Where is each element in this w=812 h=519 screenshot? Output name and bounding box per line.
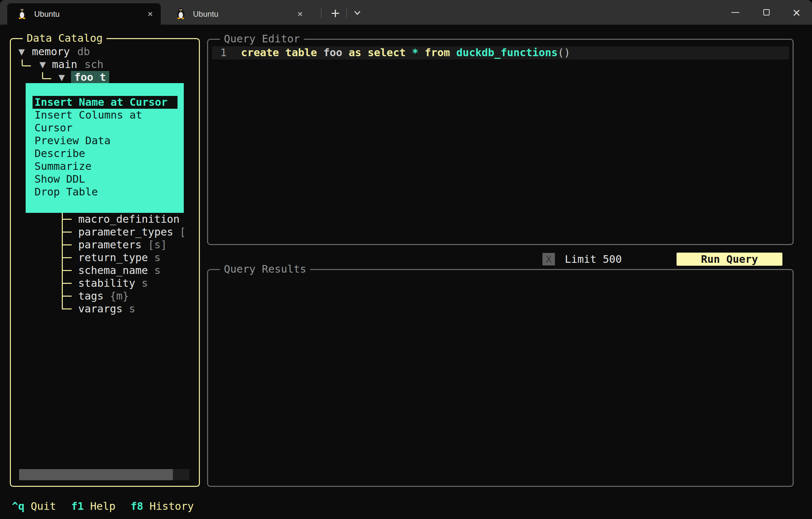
menu-item-summarize[interactable]: Summarize xyxy=(33,160,177,173)
expand-arrow-icon[interactable]: ▼ xyxy=(59,71,65,84)
maximize-icon xyxy=(763,9,770,16)
query-editor-panel[interactable]: Query Editor 1 create table foo as selec… xyxy=(207,39,793,245)
tree-connector xyxy=(62,296,72,297)
tree-connector xyxy=(62,270,72,271)
tab-ubuntu-inactive[interactable]: Ubuntu × xyxy=(166,3,311,25)
line-number: 1 xyxy=(220,46,227,59)
tab-title: Ubuntu xyxy=(193,9,297,19)
tree-node-main[interactable]: ▼ main sch xyxy=(39,58,46,71)
editor-current-line[interactable]: 1 create table foo as select * from duck… xyxy=(212,46,789,59)
terminal-window: Ubuntu × Ubuntu × + xyxy=(0,0,812,519)
column-item[interactable]: schema_name s xyxy=(78,264,161,277)
column-item[interactable]: stability s xyxy=(78,277,148,290)
maximize-button[interactable] xyxy=(751,0,782,25)
horizontal-scrollbar[interactable] xyxy=(19,469,190,480)
menu-item-insert-columns[interactable]: Insert Columns at Cursor xyxy=(33,109,177,134)
tux-icon xyxy=(17,7,27,21)
tab-close-icon[interactable]: × xyxy=(148,9,153,20)
tree-connector xyxy=(62,232,72,233)
tree-node-memory[interactable]: ▼ memory db xyxy=(19,45,25,58)
column-item[interactable]: return_type s xyxy=(78,251,161,264)
run-query-button[interactable]: Run Query xyxy=(676,253,782,266)
column-item[interactable]: macro_definition xyxy=(78,213,179,226)
new-tab-button[interactable]: + xyxy=(327,5,344,21)
column-item[interactable]: varargs s xyxy=(78,303,135,315)
menu-item-describe[interactable]: Describe xyxy=(33,147,177,160)
tab-bar: Ubuntu × Ubuntu × + xyxy=(0,0,812,25)
expand-arrow-icon[interactable]: ▼ xyxy=(19,45,25,58)
tree-rail xyxy=(62,213,63,309)
scrollbar-thumb[interactable] xyxy=(19,469,173,480)
tree-connector xyxy=(62,244,72,245)
query-results-panel: Query Results xyxy=(207,269,793,487)
expand-arrow-icon[interactable]: ▼ xyxy=(39,58,46,71)
tabbar-divider xyxy=(346,7,347,18)
close-icon: × xyxy=(792,6,801,19)
keybinding-history[interactable]: f8 History xyxy=(130,500,194,513)
column-item[interactable]: tags {m} xyxy=(78,290,129,303)
limit-label[interactable]: Limit 500 xyxy=(565,253,622,266)
column-item[interactable]: parameter_types [ xyxy=(78,226,186,239)
tabbar-divider xyxy=(321,7,321,18)
keybinding-help[interactable]: f1 Help xyxy=(71,500,116,513)
tree-node-foo[interactable]: ▼ foo t xyxy=(59,71,65,84)
column-item[interactable]: parameters [s] xyxy=(78,239,167,251)
chevron-down-icon[interactable] xyxy=(349,5,366,21)
query-editor-title: Query Editor xyxy=(220,32,304,45)
menu-item-drop-table[interactable]: Drop Table xyxy=(33,186,177,199)
tux-icon xyxy=(176,7,186,21)
tree-connector xyxy=(22,59,31,66)
limit-checkbox[interactable]: X xyxy=(543,253,555,266)
table-context-menu: Insert Name at Cursor Insert Columns at … xyxy=(26,83,184,213)
close-button[interactable]: × xyxy=(781,0,812,25)
tree-connector xyxy=(42,72,51,79)
code-text[interactable]: create table foo as select * from duckdb… xyxy=(241,46,570,59)
menu-item-insert-name[interactable]: Insert Name at Cursor xyxy=(33,96,177,109)
tab-ubuntu-active[interactable]: Ubuntu × xyxy=(7,3,161,25)
tree-connector xyxy=(62,308,72,309)
tree-connector xyxy=(62,283,72,284)
minimize-button[interactable] xyxy=(720,0,751,25)
keybinding-quit[interactable]: ^q Quit xyxy=(12,500,56,513)
menu-item-show-ddl[interactable]: Show DDL xyxy=(33,173,177,186)
tab-title: Ubuntu xyxy=(34,9,148,19)
tree-connector xyxy=(62,257,72,258)
minimize-icon xyxy=(731,12,740,13)
data-catalog-title: Data Catalog xyxy=(23,32,107,45)
footer-keybindings: ^q Quit f1 Help f8 History xyxy=(12,500,209,513)
query-results-title: Query Results xyxy=(220,263,310,276)
selected-tree-node[interactable]: foo t xyxy=(71,71,109,84)
tab-close-icon[interactable]: × xyxy=(297,9,303,20)
menu-item-preview-data[interactable]: Preview Data xyxy=(33,134,177,147)
terminal-content: Data Catalog ▼ memory db ▼ main sch ▼ fo… xyxy=(0,25,812,519)
tree-connector xyxy=(62,219,72,220)
